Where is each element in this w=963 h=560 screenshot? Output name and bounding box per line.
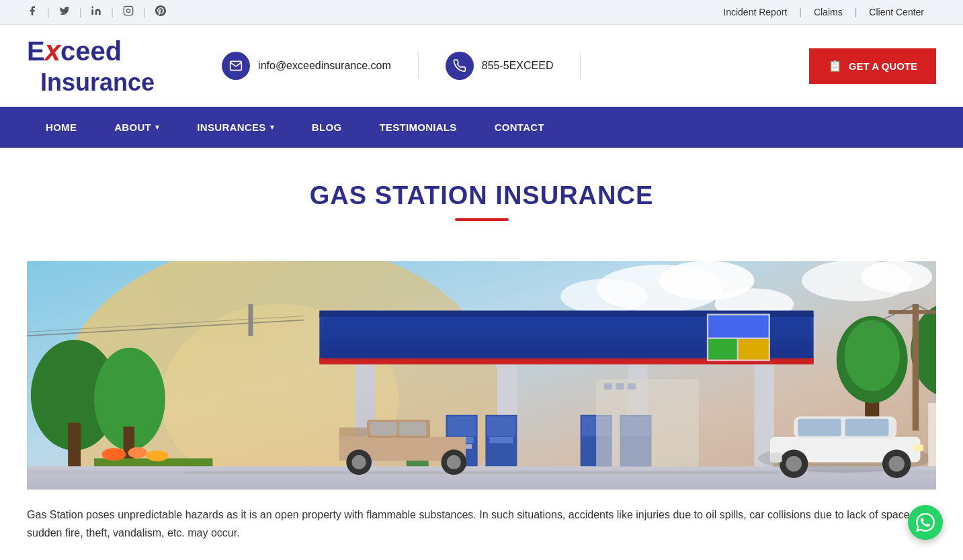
svg-rect-58 bbox=[798, 419, 841, 436]
top-links: Incident Report | Claims | Client Center bbox=[711, 7, 936, 17]
page-description: Gas Station poses unpredictable hazards … bbox=[0, 489, 963, 555]
logo-x: x bbox=[45, 35, 60, 66]
nav-about[interactable]: ABOUT ▾ bbox=[95, 107, 178, 148]
divider-3: | bbox=[111, 7, 114, 17]
svg-point-72 bbox=[352, 455, 366, 469]
svg-rect-53 bbox=[708, 339, 737, 360]
svg-rect-1 bbox=[124, 6, 132, 15]
title-underline bbox=[455, 218, 509, 221]
email-contact: info@exceedinsurance.com bbox=[195, 52, 418, 80]
email-address: info@exceedinsurance.com bbox=[258, 60, 391, 72]
quote-label: GET A QUOTE bbox=[849, 60, 917, 72]
logo-insurance: Insurance bbox=[40, 68, 155, 96]
svg-rect-52 bbox=[708, 316, 768, 338]
gas-station-illustration bbox=[27, 261, 936, 489]
svg-rect-78 bbox=[913, 304, 919, 430]
logo-e: E bbox=[27, 36, 45, 66]
svg-rect-59 bbox=[845, 419, 889, 436]
svg-point-8 bbox=[560, 279, 647, 314]
svg-rect-82 bbox=[928, 399, 936, 466]
linkedin-icon[interactable] bbox=[91, 5, 101, 19]
phone-icon bbox=[446, 52, 474, 80]
svg-rect-38 bbox=[448, 416, 476, 436]
main-content: GAS STATION INSURANCE bbox=[0, 148, 963, 555]
claims-link[interactable]: Claims bbox=[802, 7, 855, 17]
svg-rect-87 bbox=[628, 383, 636, 389]
client-center-link[interactable]: Client Center bbox=[857, 7, 936, 17]
svg-point-23 bbox=[128, 447, 147, 458]
logo[interactable]: Exceed Insurance bbox=[27, 36, 155, 96]
svg-rect-86 bbox=[616, 383, 624, 389]
nav-contact[interactable]: CONTACT bbox=[476, 107, 563, 148]
svg-rect-68 bbox=[370, 422, 397, 436]
svg-rect-84 bbox=[596, 379, 699, 466]
whatsapp-button[interactable] bbox=[908, 505, 943, 540]
svg-rect-83 bbox=[928, 395, 936, 404]
phone-contact: 855-5EXCEED bbox=[419, 52, 581, 80]
twitter-icon[interactable] bbox=[59, 5, 70, 19]
nav-insurances[interactable]: INSURANCES ▾ bbox=[178, 107, 293, 148]
nav-blog[interactable]: BLOG bbox=[293, 107, 361, 148]
svg-rect-44 bbox=[489, 437, 513, 443]
description-text: Gas Station poses unpredictable hazards … bbox=[27, 506, 936, 542]
svg-point-22 bbox=[102, 448, 126, 461]
about-chevron-icon: ▾ bbox=[155, 123, 159, 132]
svg-rect-77 bbox=[248, 304, 253, 336]
svg-point-74 bbox=[447, 455, 461, 469]
svg-point-24 bbox=[146, 451, 169, 461]
phone-number: 855-5EXCEED bbox=[482, 60, 554, 72]
svg-rect-54 bbox=[739, 339, 769, 360]
logo-ceed: ceed bbox=[60, 36, 122, 66]
svg-rect-43 bbox=[487, 416, 515, 436]
page-header-section: GAS STATION INSURANCE bbox=[0, 148, 963, 241]
social-icons-group: | | | | bbox=[27, 5, 166, 19]
top-bar: | | | | Incident Report | Claims | Clien… bbox=[0, 0, 963, 25]
insurances-chevron-icon: ▾ bbox=[270, 123, 274, 132]
divider-2: | bbox=[79, 7, 82, 17]
hero-image bbox=[27, 261, 936, 489]
svg-point-61 bbox=[786, 456, 802, 472]
nav-home[interactable]: HOME bbox=[27, 107, 95, 148]
nav-testimonials[interactable]: TESTIMONIALS bbox=[360, 107, 475, 148]
divider-1: | bbox=[47, 7, 50, 17]
incident-report-link[interactable]: Incident Report bbox=[711, 7, 799, 17]
pinterest-icon[interactable] bbox=[155, 5, 166, 19]
contact-divider-2 bbox=[580, 52, 581, 79]
facebook-icon[interactable] bbox=[27, 5, 38, 19]
divider-4: | bbox=[143, 7, 146, 17]
svg-point-14 bbox=[845, 320, 900, 391]
svg-rect-70 bbox=[339, 428, 367, 437]
nav-bar: HOME ABOUT ▾ INSURANCES ▾ BLOG TESTIMONI… bbox=[0, 107, 963, 148]
svg-point-11 bbox=[861, 261, 932, 292]
svg-rect-85 bbox=[604, 383, 612, 389]
email-icon bbox=[222, 52, 250, 80]
get-quote-button[interactable]: 📋 GET A QUOTE bbox=[809, 48, 936, 84]
instagram-icon[interactable] bbox=[123, 5, 134, 19]
page-title: GAS STATION INSURANCE bbox=[27, 181, 936, 210]
contact-items: info@exceedinsurance.com 855-5EXCEED bbox=[195, 52, 782, 80]
svg-rect-69 bbox=[399, 422, 426, 436]
svg-rect-27 bbox=[185, 472, 778, 475]
svg-rect-65 bbox=[770, 453, 782, 462]
quote-icon: 📋 bbox=[828, 59, 842, 73]
svg-point-63 bbox=[888, 456, 905, 472]
svg-point-0 bbox=[92, 6, 94, 8]
header: Exceed Insurance info@exceedinsurance.co… bbox=[0, 25, 963, 107]
svg-rect-64 bbox=[914, 445, 923, 451]
